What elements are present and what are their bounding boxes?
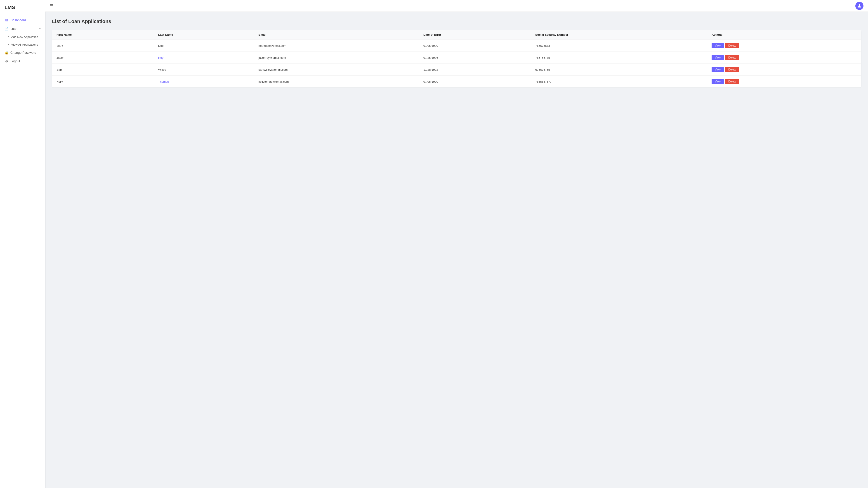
delete-button[interactable]: Delete xyxy=(725,55,739,60)
sidebar: LMS ⊞ Dashboard 📄 Loan ▾ Add New Applica… xyxy=(0,0,45,488)
app-logo: LMS xyxy=(0,0,45,14)
sidebar-item-loan[interactable]: 📄 Loan ▾ xyxy=(0,24,45,33)
sidebar-item-dashboard[interactable]: ⊞ Dashboard xyxy=(0,16,45,24)
user-avatar[interactable] xyxy=(855,2,864,10)
cell-last-name: Thomas xyxy=(154,76,254,88)
cell-ssn: 7665657677 xyxy=(531,76,707,88)
cell-first-name: Jason xyxy=(52,52,154,64)
lock-icon: 🔒 xyxy=(4,51,8,55)
col-first-name: First Name xyxy=(52,30,154,40)
table-header: First Name Last Name Email Date of Birth… xyxy=(52,30,861,40)
col-email: Email xyxy=(254,30,419,40)
add-new-application-label: Add New Application xyxy=(11,35,38,39)
cell-dob: 07/05/1990 xyxy=(419,76,531,88)
cell-ssn: 675676765 xyxy=(531,64,707,76)
dashboard-icon: ⊞ xyxy=(4,18,8,22)
col-actions: Actions xyxy=(707,30,861,40)
delete-button[interactable]: Delete xyxy=(725,67,739,72)
delete-button[interactable]: Delete xyxy=(725,43,739,48)
page-body: List of Loan Applications First Name Las… xyxy=(45,12,868,488)
cell-email: samwilley@email.com xyxy=(254,64,419,76)
view-button[interactable]: View xyxy=(712,67,724,72)
topbar-right xyxy=(855,2,864,10)
table-row: Sam Willey samwilley@email.com 11/28/199… xyxy=(52,64,861,76)
col-dob: Date of Birth xyxy=(419,30,531,40)
table-row: Kelly Thomas kellytomas@email.com 07/05/… xyxy=(52,76,861,88)
sidebar-dashboard-label: Dashboard xyxy=(10,18,41,22)
sidebar-nav: ⊞ Dashboard 📄 Loan ▾ Add New Application… xyxy=(0,14,45,67)
col-ssn: Social Security Number xyxy=(531,30,707,40)
cell-first-name: Mark xyxy=(52,40,154,52)
cell-actions: View Delete xyxy=(707,40,861,52)
delete-button[interactable]: Delete xyxy=(725,79,739,84)
cell-last-name: Willey xyxy=(154,64,254,76)
table-row: Mark Doe markdoe@email.com 01/05/1990 76… xyxy=(52,40,861,52)
cell-dob: 01/05/1990 xyxy=(419,40,531,52)
cell-first-name: Sam xyxy=(52,64,154,76)
cell-dob: 11/28/1992 xyxy=(419,64,531,76)
sidebar-item-view-all-applications[interactable]: View All Applications xyxy=(0,41,45,48)
cell-email: markdoe@email.com xyxy=(254,40,419,52)
view-button[interactable]: View xyxy=(712,43,724,48)
sidebar-item-add-new-application[interactable]: Add New Application xyxy=(0,33,45,41)
loan-icon: 📄 xyxy=(4,27,8,31)
sidebar-change-password-label: Change Password xyxy=(10,51,41,55)
sidebar-loan-label: Loan xyxy=(10,27,37,31)
cell-actions: View Delete xyxy=(707,64,861,76)
topbar: ☰ xyxy=(45,0,868,12)
hamburger-icon[interactable]: ☰ xyxy=(50,3,53,8)
sidebar-logout-label: Logout xyxy=(10,59,41,63)
topbar-left: ☰ xyxy=(50,3,53,8)
cell-email: jasonroy@email.com xyxy=(254,52,419,64)
table-body: Mark Doe markdoe@email.com 01/05/1990 76… xyxy=(52,40,861,88)
cell-dob: 07/25/1986 xyxy=(419,52,531,64)
loan-submenu: Add New Application View All Application… xyxy=(0,33,45,48)
cell-email: kellytomas@email.com xyxy=(254,76,419,88)
chevron-down-icon: ▾ xyxy=(39,27,41,30)
loan-applications-table-container: First Name Last Name Email Date of Birth… xyxy=(52,30,861,88)
cell-actions: View Delete xyxy=(707,76,861,88)
cell-ssn: 765756775 xyxy=(531,52,707,64)
cell-last-name: Doe xyxy=(154,40,254,52)
table-row: Jason Roy jasonroy@email.com 07/25/1986 … xyxy=(52,52,861,64)
view-all-applications-label: View All Applications xyxy=(11,43,38,46)
sidebar-item-change-password[interactable]: 🔒 Change Password xyxy=(0,48,45,57)
logout-icon: ⊙ xyxy=(4,59,8,63)
view-button[interactable]: View xyxy=(712,79,724,84)
sidebar-item-logout[interactable]: ⊙ Logout xyxy=(0,57,45,66)
page-title: List of Loan Applications xyxy=(52,19,861,24)
cell-first-name: Kelly xyxy=(52,76,154,88)
cell-last-name: Roy xyxy=(154,52,254,64)
col-last-name: Last Name xyxy=(154,30,254,40)
view-button[interactable]: View xyxy=(712,55,724,60)
cell-ssn: 765675673 xyxy=(531,40,707,52)
cell-actions: View Delete xyxy=(707,52,861,64)
table-header-row: First Name Last Name Email Date of Birth… xyxy=(52,30,861,40)
loan-applications-table: First Name Last Name Email Date of Birth… xyxy=(52,30,861,88)
main-content: ☰ List of Loan Applications First Name L… xyxy=(45,0,868,488)
svg-point-0 xyxy=(859,4,860,6)
